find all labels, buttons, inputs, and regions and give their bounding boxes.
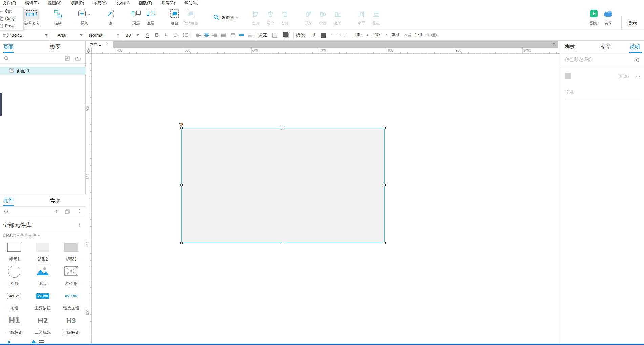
pages-search-input[interactable]: [10, 55, 51, 59]
tab-outline[interactable]: 概要: [50, 44, 60, 50]
text-align-left-button[interactable]: [196, 30, 202, 40]
widget-h3[interactable]: H3 三级标题: [57, 312, 85, 337]
tab-pages[interactable]: 页面: [3, 44, 14, 50]
font-weight-select[interactable]: Normal: [89, 30, 103, 40]
resize-handle-e[interactable]: [383, 184, 386, 186]
tab-inspector-interactions[interactable]: 交互: [601, 44, 611, 50]
duplicate-icon[interactable]: [65, 209, 70, 215]
fill-color-swatch[interactable]: [272, 33, 277, 38]
ruler-origin-button[interactable]: [86, 48, 92, 54]
widget-name-input[interactable]: [565, 56, 629, 63]
menu-account[interactable]: 账号(C): [161, 0, 175, 6]
resize-handle-sw[interactable]: [180, 242, 183, 244]
text-align-right-button[interactable]: [212, 30, 218, 40]
italic-button[interactable]: I: [165, 30, 172, 40]
edit-style-icon[interactable]: [3, 30, 9, 40]
notes-input-underline[interactable]: [565, 99, 641, 99]
align-bottom-button[interactable]: 底部: [327, 9, 349, 26]
send-to-back-button[interactable]: 底层: [140, 9, 162, 26]
font-color-button[interactable]: A: [146, 30, 153, 40]
tab-inspector-notes[interactable]: 说明: [630, 44, 640, 50]
menu-publish[interactable]: 发布(U): [116, 0, 130, 6]
widget-link-button[interactable]: BUTTON 链接按钮: [57, 288, 85, 312]
vertical-align-top-button[interactable]: [230, 30, 236, 40]
font-family-caret[interactable]: [80, 34, 83, 36]
widget-placeholder[interactable]: 占位符: [57, 264, 85, 288]
library-breadcrumb[interactable]: Default » 基本元件 ▼: [3, 233, 40, 238]
text-align-justify-button[interactable]: [220, 30, 226, 40]
add-library-icon[interactable]: +: [55, 208, 58, 214]
visibility-eye-icon[interactable]: [431, 30, 437, 40]
menu-help[interactable]: 帮助(H): [184, 0, 198, 6]
line-style-select[interactable]: [331, 30, 342, 40]
lock-ratio-icon[interactable]: [407, 30, 411, 40]
context-menu-copy[interactable]: Copy: [0, 15, 23, 22]
canvas-tab-page1[interactable]: 页面 1 ×: [86, 41, 113, 48]
widget-library-select[interactable]: 全部元件库 ▲▼: [3, 221, 81, 231]
zoom-dropdown-caret[interactable]: [236, 17, 239, 19]
connect-button[interactable]: 连接: [47, 9, 69, 26]
selected-widget[interactable]: [181, 128, 385, 243]
canvas-surface[interactable]: [92, 54, 560, 345]
page-tree-item-page1[interactable]: 页面 1: [0, 67, 86, 75]
tab-inspector-style[interactable]: 样式: [565, 44, 575, 50]
menu-project[interactable]: 项目(P): [70, 0, 84, 6]
widgets-search-input[interactable]: [10, 208, 51, 213]
resize-handle-se[interactable]: [383, 242, 386, 244]
widget-image[interactable]: 图片: [28, 264, 57, 288]
zoom-control[interactable]: 200%: [213, 14, 239, 21]
y-position-input[interactable]: [372, 32, 382, 37]
widget-button[interactable]: BUTTON 按钮: [0, 288, 28, 312]
widget-rect2[interactable]: 矩形2: [28, 239, 57, 264]
zoom-level[interactable]: 200%: [221, 15, 234, 21]
arrow-style-button[interactable]: [342, 30, 348, 40]
fill-shadow-swatch[interactable]: [283, 32, 288, 37]
height-input[interactable]: [413, 32, 423, 37]
menu-layout[interactable]: 布局(A): [93, 0, 107, 6]
align-right-button[interactable]: 右侧: [273, 9, 296, 26]
line-width-input[interactable]: [310, 32, 318, 37]
vertical-align-bottom-button[interactable]: [247, 30, 253, 40]
width-input[interactable]: [390, 32, 400, 37]
bold-button[interactable]: B: [155, 30, 163, 40]
widget-rect1[interactable]: 矩形1: [0, 239, 28, 264]
resize-handle-nw[interactable]: [180, 127, 183, 129]
widget-primary-button[interactable]: BUTTON 主要按钮: [28, 288, 57, 312]
share-button[interactable]: 共享: [597, 9, 620, 26]
font-size-select[interactable]: 13: [126, 30, 131, 40]
library-spinner-icon[interactable]: ▲▼: [78, 223, 81, 227]
resize-handle-ne[interactable]: [383, 127, 386, 129]
context-menu-cut[interactable]: ✂ Cut: [0, 7, 23, 15]
menu-file[interactable]: 文件(F): [3, 0, 16, 6]
widget-h2[interactable]: H2 二级标题: [28, 312, 57, 337]
distribute-vertical-button[interactable]: 垂直: [365, 9, 388, 26]
widget-style-caret[interactable]: [45, 34, 48, 36]
login-button[interactable]: 登录: [628, 20, 637, 26]
context-menu-paste[interactable]: Paste: [0, 22, 23, 30]
kebab-menu-icon[interactable]: ⋮: [77, 208, 82, 213]
widget-style-select[interactable]: Box 2: [11, 30, 22, 40]
menu-edit[interactable]: 编辑(E): [25, 0, 39, 6]
menu-team[interactable]: 团队(T): [139, 0, 152, 6]
font-weight-caret[interactable]: [117, 34, 119, 36]
add-page-icon[interactable]: [65, 56, 70, 62]
menu-view[interactable]: 视图(V): [48, 0, 61, 6]
tab-list-dropdown-icon[interactable]: [552, 43, 556, 45]
panel-edge-handle[interactable]: [0, 93, 2, 116]
text-align-center-button[interactable]: [204, 30, 210, 40]
bullet-list-button[interactable]: [183, 30, 189, 40]
add-folder-icon[interactable]: [75, 56, 81, 62]
pen-icon[interactable]: ✎: [634, 73, 642, 80]
ungroup-button[interactable]: 取消组合: [180, 9, 202, 26]
x-position-input[interactable]: [353, 32, 363, 37]
point-mode-button[interactable]: 点: [100, 9, 122, 26]
insert-button[interactable]: 插入: [73, 9, 96, 26]
widget-rect3[interactable]: 矩形3: [57, 239, 85, 264]
resize-handle-n[interactable]: [282, 127, 284, 129]
tab-masters[interactable]: 母版: [50, 197, 60, 204]
resize-handle-s[interactable]: [282, 242, 284, 244]
font-size-caret[interactable]: [136, 34, 139, 36]
vertical-align-middle-button[interactable]: [239, 30, 244, 40]
font-family-select[interactable]: Arial: [58, 30, 66, 40]
tab-close-icon[interactable]: ×: [106, 41, 108, 46]
